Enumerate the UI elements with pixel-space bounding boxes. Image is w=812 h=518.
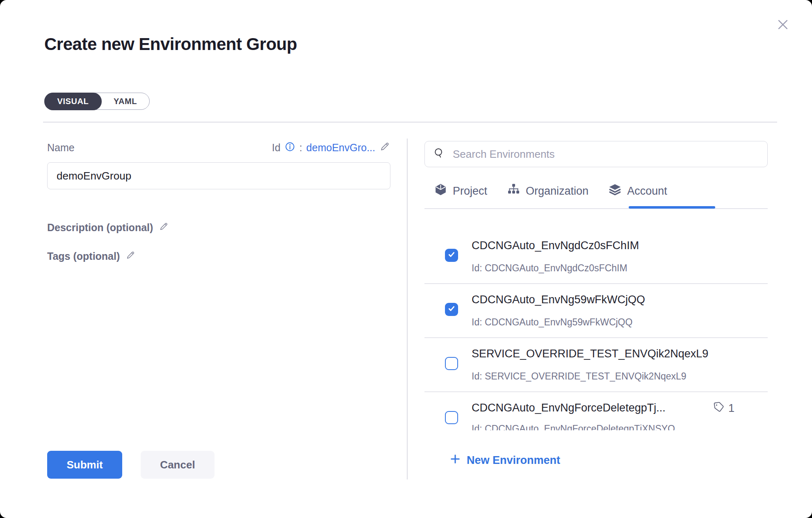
checkbox-check-icon (447, 250, 456, 260)
env-checkbox-1[interactable] (445, 249, 458, 262)
visual-yaml-toggle: VISUAL YAML (44, 93, 150, 110)
env-name[interactable]: CDCNGAuto_EnvNg59wFkWCjQQ (472, 293, 645, 306)
tab-visual[interactable]: VISUAL (44, 93, 102, 110)
tags-section: Tags (optional) (47, 250, 136, 263)
env-checkbox-3[interactable] (445, 357, 458, 370)
env-id: Id: CDCNGAuto_EnvNg59wFkWCjQQ (472, 317, 632, 328)
env-checkbox-4[interactable] (445, 411, 458, 424)
tab-organization[interactable]: Organization (507, 183, 588, 199)
list-divider (424, 391, 768, 392)
layers-icon (608, 183, 622, 199)
name-label: Name (47, 142, 75, 154)
env-id-clipped: Id: CDCNGAuto_EnvNgForceDeletegpTjXNSYQ (472, 423, 759, 430)
id-value-link[interactable]: demoEnvGro... (306, 142, 375, 154)
page-title: Create new Environment Group (44, 34, 297, 54)
env-name[interactable]: SERVICE_OVERRIDE_TEST_ENVQik2NqexL9 (472, 348, 708, 360)
org-chart-icon (507, 183, 520, 199)
checkbox-check-icon (447, 304, 456, 314)
tab-account-label: Account (627, 185, 667, 198)
submit-button[interactable]: Submit (47, 451, 122, 479)
tab-yaml[interactable]: YAML (101, 93, 149, 109)
description-section: Description (optional) (47, 221, 169, 234)
env-checkbox-2[interactable] (445, 303, 458, 316)
id-separator: : (299, 142, 302, 154)
plus-icon (449, 453, 461, 468)
active-tab-indicator (629, 206, 715, 209)
tabs-divider (424, 208, 768, 209)
id-label: Id (272, 142, 281, 154)
name-input[interactable] (47, 162, 390, 189)
search-icon (433, 147, 445, 161)
header-divider (43, 122, 777, 123)
cancel-button[interactable]: Cancel (141, 451, 214, 479)
list-divider (424, 337, 768, 338)
tab-project-label: Project (453, 185, 487, 198)
panel-divider (407, 139, 408, 479)
tag-icon (713, 401, 725, 416)
tab-project[interactable]: Project (434, 183, 487, 199)
env-name[interactable]: CDCNGAuto_EnvNgdCz0sFChIM (472, 239, 639, 252)
env-id: Id: SERVICE_OVERRIDE_TEST_ENVQik2NqexL9 (472, 371, 687, 382)
scope-tabs: Project Organization Account (434, 183, 667, 199)
close-icon (776, 18, 790, 33)
info-icon[interactable] (285, 141, 295, 154)
description-label: Description (optional) (47, 222, 153, 234)
new-environment-label: New Environment (467, 454, 560, 467)
env-id: Id: CDCNGAuto_EnvNgdCz0sFChIM (472, 263, 627, 274)
list-divider (424, 283, 768, 284)
tags-label: Tags (optional) (47, 250, 120, 262)
cube-icon (434, 183, 447, 199)
env-id: Id: CDCNGAuto_EnvNgForceDeletegpTjXNSYQ (472, 423, 675, 430)
identifier-row: Id : demoEnvGro... (272, 141, 390, 154)
search-environments-input[interactable] (452, 148, 759, 161)
env-tag-badge: 1 (713, 401, 734, 416)
tab-account[interactable]: Account (608, 183, 667, 199)
edit-tags-pencil-icon[interactable] (125, 250, 136, 263)
create-environment-group-modal: Create new Environment Group VISUAL YAML… (0, 0, 812, 518)
edit-id-pencil-icon[interactable] (379, 141, 390, 154)
close-button[interactable] (773, 16, 793, 35)
name-id-row: Name Id : demoEnvGro... (47, 141, 390, 154)
edit-description-pencil-icon[interactable] (159, 221, 169, 234)
env-name[interactable]: CDCNGAuto_EnvNgForceDeletegpTj... (472, 402, 666, 414)
tab-organization-label: Organization (526, 185, 588, 198)
env-tag-count: 1 (728, 402, 734, 415)
search-environments-box (424, 141, 768, 167)
new-environment-button[interactable]: New Environment (449, 453, 560, 468)
